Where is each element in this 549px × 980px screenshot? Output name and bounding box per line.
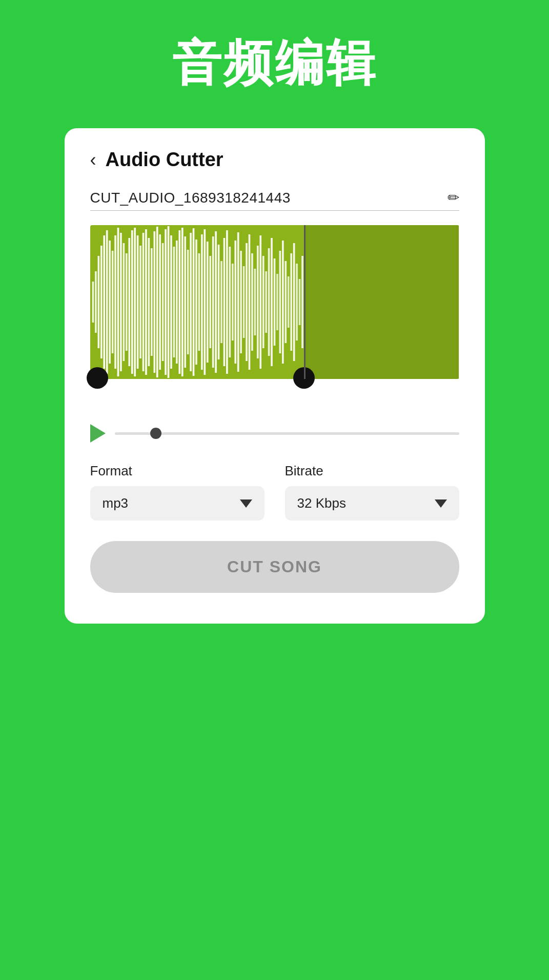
svg-rect-8 [114, 235, 116, 369]
svg-rect-65 [273, 258, 275, 346]
svg-rect-10 [120, 233, 122, 371]
svg-rect-41 [206, 242, 208, 363]
format-arrow-icon [240, 499, 252, 508]
bitrate-group: Bitrate 32 Kbps [285, 463, 459, 521]
svg-rect-19 [145, 229, 147, 375]
bitrate-arrow-icon [435, 499, 447, 508]
svg-rect-57 [251, 253, 253, 351]
handle-left-circle [87, 367, 108, 389]
waveform-container[interactable] [90, 225, 459, 379]
bitrate-value: 32 Kbps [297, 495, 346, 511]
svg-rect-11 [123, 243, 125, 361]
svg-rect-48 [226, 230, 228, 374]
svg-rect-33 [184, 236, 186, 368]
waveform-canvas [90, 225, 459, 379]
waveform-left [90, 225, 304, 379]
svg-rect-37 [195, 239, 197, 365]
svg-rect-30 [176, 241, 178, 364]
svg-rect-38 [198, 253, 200, 351]
svg-rect-69 [284, 261, 287, 343]
main-card: ‹ Audio Cutter CUT_AUDIO_1689318241443 ✏ [65, 128, 485, 624]
svg-rect-75 [301, 256, 303, 348]
format-select[interactable]: mp3 [90, 486, 265, 521]
svg-rect-13 [128, 238, 130, 366]
svg-rect-54 [242, 266, 245, 338]
svg-rect-64 [271, 238, 273, 366]
handle-left[interactable] [86, 366, 109, 407]
svg-rect-1 [95, 271, 97, 333]
svg-rect-44 [215, 231, 217, 373]
svg-rect-15 [134, 228, 136, 376]
cut-song-button[interactable]: CUT SONG [90, 541, 459, 593]
svg-rect-12 [125, 253, 127, 351]
svg-rect-46 [220, 261, 222, 343]
svg-rect-45 [217, 245, 219, 359]
svg-rect-52 [237, 232, 239, 372]
svg-rect-32 [181, 228, 183, 376]
svg-rect-6 [109, 241, 111, 364]
svg-rect-53 [240, 251, 242, 353]
edit-icon[interactable]: ✏ [448, 189, 459, 206]
svg-rect-47 [223, 238, 225, 366]
page-title: 音频编辑 [172, 31, 377, 97]
play-button[interactable] [90, 424, 106, 443]
svg-rect-25 [161, 243, 164, 361]
format-value: mp3 [103, 495, 129, 511]
svg-rect-60 [259, 235, 261, 369]
waveform-svg [90, 225, 304, 379]
card-header: ‹ Audio Cutter [90, 149, 459, 171]
svg-rect-74 [298, 279, 300, 325]
settings-row: Format mp3 Bitrate 32 Kbps [90, 463, 459, 521]
svg-rect-20 [148, 238, 150, 366]
svg-rect-26 [165, 229, 167, 375]
svg-rect-58 [254, 269, 256, 335]
waveform-right [304, 225, 459, 379]
svg-rect-21 [151, 248, 153, 356]
filename-row: CUT_AUDIO_1689318241443 ✏ [90, 189, 459, 211]
svg-rect-62 [265, 271, 267, 333]
svg-rect-68 [282, 241, 284, 364]
svg-rect-71 [290, 253, 292, 351]
svg-rect-16 [136, 235, 138, 369]
svg-rect-29 [173, 247, 175, 357]
scrubber-track[interactable] [115, 432, 459, 435]
svg-rect-5 [106, 230, 108, 374]
back-button[interactable]: ‹ [90, 151, 96, 169]
svg-rect-66 [276, 274, 278, 330]
svg-rect-56 [248, 234, 250, 370]
svg-rect-55 [246, 243, 248, 361]
svg-rect-31 [178, 230, 180, 374]
waveform-divider [304, 225, 306, 379]
svg-rect-40 [204, 229, 206, 375]
svg-rect-42 [209, 256, 211, 348]
svg-rect-2 [97, 256, 99, 348]
svg-rect-23 [156, 227, 158, 377]
card-title: Audio Cutter [106, 149, 223, 171]
svg-rect-63 [268, 248, 270, 356]
format-label: Format [90, 463, 265, 479]
scrubber-row [90, 424, 459, 443]
svg-rect-24 [159, 234, 161, 370]
bitrate-select[interactable]: 32 Kbps [285, 486, 459, 521]
svg-rect-34 [187, 250, 189, 354]
svg-rect-36 [192, 228, 194, 376]
svg-rect-43 [212, 236, 214, 368]
svg-rect-4 [103, 235, 105, 369]
filename-text: CUT_AUDIO_1689318241443 [90, 190, 441, 206]
svg-rect-73 [296, 264, 298, 341]
svg-rect-22 [153, 231, 155, 373]
svg-rect-7 [111, 251, 113, 353]
svg-rect-18 [142, 233, 144, 371]
svg-rect-49 [229, 247, 231, 357]
svg-rect-61 [262, 256, 264, 348]
format-group: Format mp3 [90, 463, 265, 521]
svg-rect-35 [190, 233, 192, 371]
svg-rect-51 [234, 241, 236, 364]
svg-rect-67 [279, 251, 281, 353]
svg-rect-3 [100, 246, 102, 358]
svg-rect-39 [201, 234, 203, 370]
bitrate-label: Bitrate [285, 463, 459, 479]
scrubber-thumb[interactable] [150, 428, 161, 439]
svg-rect-70 [287, 276, 289, 328]
svg-rect-28 [170, 235, 172, 369]
